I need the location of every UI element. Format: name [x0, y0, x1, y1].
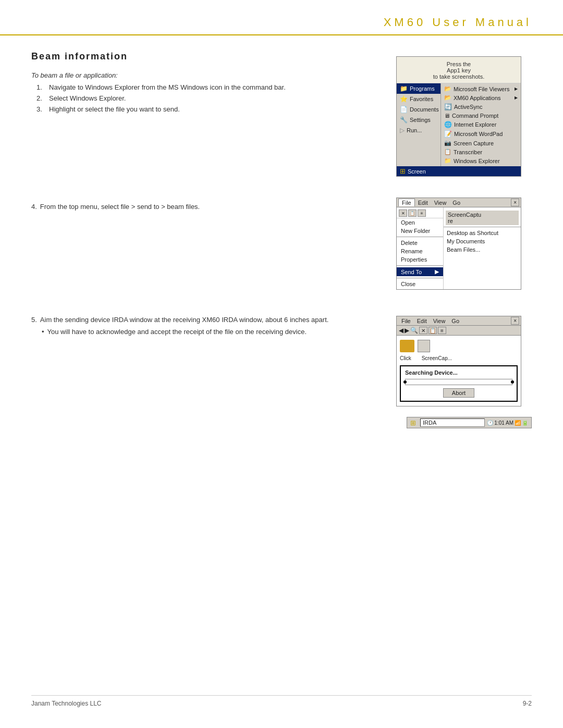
file-viewers-icon: 📂: [444, 85, 451, 92]
progress-dot-left: [403, 380, 407, 384]
menu-item-programs[interactable]: 📁 Programs: [397, 83, 440, 94]
section-title: Beam information: [31, 51, 386, 62]
menu-command-prompt[interactable]: 🖥 Command Prompt: [441, 112, 521, 120]
search-toolbar: ◀ ▶ 🔍 ✕ 📋 ≡: [397, 326, 521, 336]
step-text-1: Navigate to Windows Explorer from the MS…: [49, 83, 286, 91]
intro-text: To beam a file or application:: [31, 71, 386, 79]
search-menu-go[interactable]: Go: [448, 317, 462, 325]
search-labels: Click ScreenCap...: [400, 355, 518, 361]
toolbar-cut-icon[interactable]: ✕: [419, 327, 427, 334]
search-menu-bar: File Edit View Go ×: [397, 316, 521, 326]
menu-xm60-apps[interactable]: 📂 XM60 Applications: [441, 93, 521, 102]
steps-list-1-3: 1. Navigate to Windows Explorer from the…: [31, 83, 386, 113]
menu-windows-explorer[interactable]: 📁 Windows Explorer: [441, 156, 521, 165]
search-menu-edit[interactable]: Edit: [414, 317, 430, 325]
run-icon: ▷: [400, 127, 405, 134]
search-menu-view[interactable]: View: [430, 317, 449, 325]
file-menu-toolbar: ✕ 📋 ≡: [397, 208, 443, 218]
screen-capture-icon: 📷: [444, 140, 451, 146]
screen-bar: ⊞ Screen: [397, 166, 521, 176]
send-to-beam-files[interactable]: Beam Files...: [444, 245, 521, 254]
left-item-open[interactable]: Open: [397, 218, 443, 227]
search-progress-bar: [405, 379, 512, 385]
step4-right: File Edit View Go × ✕ 📋 ≡ Open New Folde…: [396, 198, 532, 290]
taskbar-icon-2: 🔋: [522, 420, 528, 426]
app1-line2: App1 key: [399, 67, 519, 73]
screen-label: Screen: [408, 168, 426, 175]
step-num-1: 1.: [36, 83, 46, 91]
left-item-delete[interactable]: Delete: [397, 239, 443, 247]
search-icon[interactable]: 🔍: [410, 327, 418, 334]
toolbar-btn-x[interactable]: ✕: [399, 209, 407, 217]
left-item-close[interactable]: Close: [397, 280, 443, 288]
step-text-2: Select Windows Explorer.: [49, 94, 126, 102]
win-taskbar-logo[interactable]: ⊞: [410, 419, 416, 427]
step4-left: 4. From the top menu, select file > send…: [31, 198, 386, 290]
settings-label: Settings: [410, 117, 431, 123]
activesync-icon: 🔄: [444, 103, 452, 110]
search-content: Click ScreenCap... Searching Device... A…: [397, 336, 521, 406]
file-icon-large: [418, 340, 430, 352]
right-column: Press the App1 key to take screenshots. …: [396, 51, 532, 177]
send-to-my-documents[interactable]: My Documents: [444, 237, 521, 245]
file-viewers-label: Microsoft File Viewers: [454, 86, 509, 92]
menu-view[interactable]: View: [431, 199, 450, 206]
file-menu-right-area: ScreenCapture Desktop as Shortcut My Doc…: [444, 207, 521, 289]
step5-bullet: • You will have to acknowledge and accep…: [31, 328, 386, 336]
toolbar-view2-icon[interactable]: ≡: [438, 327, 446, 334]
win-explorer-icon: 📁: [444, 157, 451, 164]
taskbar-screenshot: ⊞ IRDA 🕐 1:01 AM 📶 🔋: [407, 417, 532, 428]
start-menu-right: 📂 Microsoft File Viewers 📂 XM60 Applicat…: [441, 83, 521, 166]
step-2: 2. Select Windows Explorer.: [36, 94, 386, 102]
menu-item-settings[interactable]: 🔧 Settings: [397, 115, 440, 125]
toolbar-btn-view[interactable]: ≡: [418, 209, 426, 217]
step-text-5: Aim the sending device IRDA window at th…: [40, 316, 329, 324]
close-button[interactable]: ×: [511, 199, 519, 206]
step-num-3: 3.: [36, 105, 46, 113]
toolbar-copy2-icon[interactable]: 📋: [429, 327, 437, 334]
wordpad-label: Microsoft WordPad: [454, 131, 503, 137]
left-item-send-to[interactable]: Send To ▶: [397, 267, 443, 276]
nav-back-icon[interactable]: ◀: [399, 327, 403, 334]
menu-activesync[interactable]: 🔄 ActiveSync: [441, 102, 521, 112]
menu-file[interactable]: File: [398, 199, 415, 206]
menu-microsoft-file-viewers[interactable]: 📂 Microsoft File Viewers: [441, 84, 521, 93]
menu-edit[interactable]: Edit: [415, 199, 431, 206]
screen-capture-item: ScreenCapture: [446, 211, 519, 225]
clock-icon: 🕐: [487, 420, 493, 426]
menu-screen-capture[interactable]: 📷 Screen Capture: [441, 139, 521, 147]
command-prompt-label: Command Prompt: [452, 113, 498, 119]
search-menu-file[interactable]: File: [398, 317, 414, 325]
send-to-desktop[interactable]: Desktop as Shortcut: [444, 229, 521, 237]
menu-item-run[interactable]: ▷ Run...: [397, 125, 440, 135]
ie-icon: 🌐: [444, 121, 452, 128]
favorites-label: Favorites: [410, 96, 433, 102]
file-menu-body: ✕ 📋 ≡ Open New Folder Delete Rename Prop…: [397, 207, 521, 289]
taskbar-icon-1: 📶: [515, 420, 521, 426]
toolbar-btn-copy[interactable]: 📋: [408, 209, 417, 217]
search-close-button[interactable]: ×: [511, 317, 519, 325]
left-item-properties[interactable]: Properties: [397, 255, 443, 264]
menu-go[interactable]: Go: [449, 199, 463, 206]
step-3: 3. Highlight or select the file you want…: [36, 105, 386, 113]
left-item-new-folder[interactable]: New Folder: [397, 227, 443, 235]
left-item-rename[interactable]: Rename: [397, 247, 443, 255]
menu-transcriber[interactable]: 📋 Transcriber: [441, 147, 521, 156]
left-column: Beam information To beam a file or appli…: [31, 51, 386, 177]
app1-line1: Press the: [399, 61, 519, 67]
programs-label: Programs: [410, 85, 435, 92]
step5-right: File Edit View Go × ◀ ▶ 🔍 ✕ 📋 ≡: [396, 316, 532, 406]
activesync-label: ActiveSync: [454, 104, 482, 110]
abort-button[interactable]: Abort: [443, 388, 474, 398]
menu-wordpad[interactable]: 📝 Microsoft WordPad: [441, 129, 521, 139]
app1-line3: to take screenshots.: [399, 73, 519, 80]
step5-left: 5. Aim the sending device IRDA window at…: [31, 316, 386, 406]
searching-device-box: Searching Device... Abort: [400, 365, 518, 402]
transcriber-label: Transcriber: [454, 149, 482, 155]
menu-item-documents[interactable]: 📄 Documents: [397, 104, 440, 115]
nav-forward-icon[interactable]: ▶: [405, 327, 409, 334]
menu-item-favorites[interactable]: ⭐ Favorites: [397, 94, 440, 104]
time-display: 1:01 AM: [494, 420, 513, 426]
documents-icon: 📄: [400, 106, 408, 113]
menu-internet-explorer[interactable]: 🌐 Internet Explorer: [441, 120, 521, 129]
